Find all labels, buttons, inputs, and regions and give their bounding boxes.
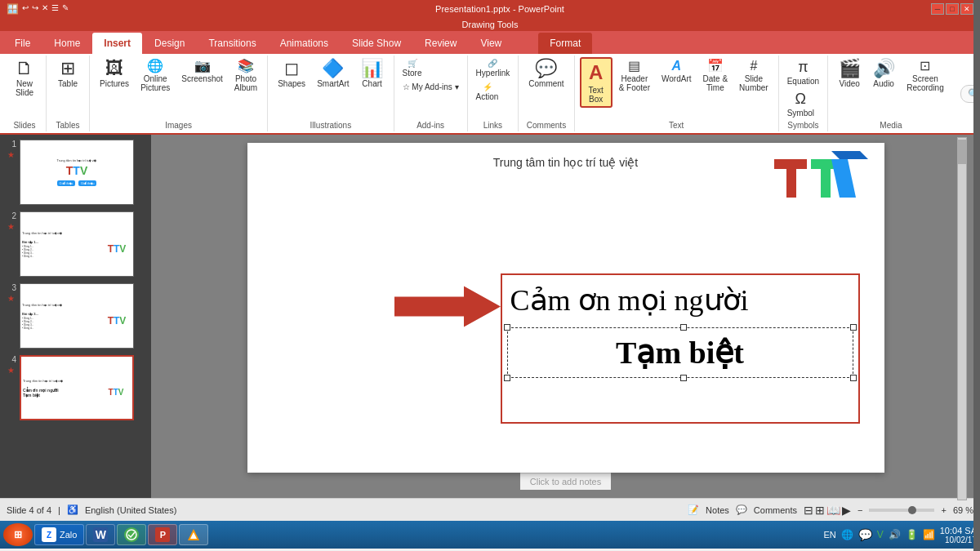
window-controls[interactable]: ─ □ ✕ [931, 3, 973, 15]
tab-transitions[interactable]: Transitions [197, 33, 267, 54]
chart-btn[interactable]: 📊 Chart [356, 57, 389, 91]
slide-2-preview[interactable]: Trung tâm tin học trí tuệ việt Bài tập 1… [20, 211, 134, 277]
header-footer-icon: ▤ [628, 60, 640, 73]
slide-3-thumb[interactable]: 3 ★ Trung tâm tin học trí tuệ việt Bài t… [3, 282, 148, 350]
hyperlink-btn[interactable]: 🔗 Hyperlink [473, 57, 514, 79]
tab-insert[interactable]: Insert [92, 33, 142, 54]
notes-label[interactable]: Notes [706, 505, 729, 515]
datetime-btn[interactable]: 📅 Date &Time [698, 57, 733, 95]
zoom-level[interactable]: 69 % [953, 505, 973, 515]
table-btn[interactable]: ⊞ Table [51, 57, 84, 91]
ribbon-group-illustrations: ◻ Shapes 🔷 SmartArt 📊 Chart Illustration… [268, 56, 394, 131]
tab-design[interactable]: Design [143, 33, 196, 54]
store-btn[interactable]: 🛒 Store [399, 57, 425, 79]
slide-3-preview[interactable]: Trung tâm tin học trí tuệ việt Bài tập 3… [20, 283, 134, 349]
tab-review[interactable]: Review [413, 33, 468, 54]
tab-format[interactable]: Format [538, 33, 592, 54]
video-btn[interactable]: 🎬 Video [833, 57, 866, 91]
accessibility-icon: ♿ [67, 504, 78, 515]
slide-2-thumb[interactable]: 2 ★ Trung tâm tin học trí tuệ việt Bài t… [3, 210, 148, 278]
slide-2-number: 2 [5, 211, 16, 220]
window-title: Presentation1.pptx - PowerPoint [69, 4, 931, 14]
handle-tl[interactable] [504, 324, 510, 331]
tab-slideshow[interactable]: Slide Show [341, 33, 412, 54]
screenshot-icon: 📷 [194, 60, 211, 73]
zoom-plus[interactable]: + [941, 505, 946, 515]
taskbar-app3[interactable] [117, 524, 146, 545]
slide-4-thumb[interactable]: 4 ★ Trung tâm tin học trí tuệ việt Cảm ơ… [3, 353, 148, 422]
title-bar: 🪟 ↩ ↪ ✕ ☰ ✎ Presentation1.pptx - PowerPo… [0, 0, 980, 18]
ribbon-group-addins: 🛒 Store ☆ My Add-ins ▾ Add-ins [394, 56, 468, 131]
handle-bl[interactable] [504, 375, 510, 381]
slide-4-number: 4 [5, 355, 16, 364]
handle-br[interactable] [850, 375, 857, 381]
minimize-btn[interactable]: ─ [931, 3, 944, 15]
action-btn[interactable]: ⚡ Action [473, 81, 502, 103]
tab-file[interactable]: File [3, 33, 42, 54]
tab-view[interactable]: View [469, 33, 513, 54]
taskbar-app5[interactable] [179, 524, 208, 545]
online-pictures-btn[interactable]: 🌐 OnlinePictures [136, 57, 175, 95]
maximize-btn[interactable]: □ [946, 3, 959, 15]
start-button[interactable]: ⊞ [3, 523, 33, 546]
handle-tr[interactable] [850, 324, 857, 331]
symbol-icon: Ω [795, 91, 806, 108]
slide-canvas[interactable]: Trung tâm tin học trí tuệ việt [247, 143, 884, 473]
normal-view-icon[interactable]: ⊟ [804, 504, 813, 517]
arrow-container [394, 282, 501, 334]
svg-rect-3 [821, 169, 831, 198]
my-addins-btn[interactable]: ☆ My Add-ins ▾ [399, 81, 462, 93]
svg-marker-4 [831, 159, 856, 198]
slide-4-preview[interactable]: Trung tâm tin học trí tuệ việt Cảm ơn mọ… [20, 355, 134, 420]
screenshot-btn[interactable]: 📷 Screenshot [176, 57, 228, 86]
comment-icon: 💬 [535, 60, 557, 78]
comments-label[interactable]: Comments [754, 505, 797, 515]
zoom-slider[interactable] [869, 509, 934, 512]
zoom-slider-thumb[interactable] [908, 506, 916, 514]
audio-btn[interactable]: 🔊 Audio [867, 57, 900, 91]
photo-album-btn[interactable]: 📚 PhotoAlbum [229, 57, 262, 95]
tab-animations[interactable]: Animations [269, 33, 340, 54]
taskbar-zalo[interactable]: Z Zalo [34, 524, 84, 545]
handle-tm[interactable] [680, 324, 687, 331]
taskbar-word[interactable]: W [86, 524, 115, 545]
app5-icon [186, 527, 201, 542]
taskbar-powerpoint[interactable]: P [148, 524, 177, 545]
header-footer-btn[interactable]: ▤ Header& Footer [614, 57, 655, 95]
click-to-add-notes[interactable]: Click to add notes [530, 477, 601, 487]
slide-1-preview[interactable]: Trung tâm tin học trí tuệ việt T T V Giớ… [20, 140, 134, 205]
close-btn[interactable]: ✕ [960, 3, 973, 15]
slide-4-star: ★ [7, 366, 15, 375]
tab-home[interactable]: Home [42, 33, 91, 54]
slide-number-btn[interactable]: # SlideNumber [734, 57, 773, 95]
equation-btn[interactable]: π Equation [784, 57, 822, 87]
chat-icon: 💬 [858, 528, 872, 541]
handle-bm[interactable] [680, 375, 687, 381]
shapes-btn[interactable]: ◻ Shapes [273, 57, 310, 91]
notes-bar[interactable]: Click to add notes [520, 473, 611, 490]
media-group-label: Media [880, 121, 902, 130]
slide-sorter-icon[interactable]: ⊞ [815, 504, 825, 517]
new-slide-btn[interactable]: 🗋 NewSlide [8, 57, 41, 100]
slideshow-icon[interactable]: ▶ [842, 504, 851, 517]
vertical-scrollbar[interactable] [957, 137, 967, 498]
taskbar-tray: EN 🌐 💬 V 🔊 🔋 📶 10:04 SA 10/02/17 [823, 526, 977, 544]
screen-recording-icon: ⊡ [920, 60, 930, 73]
title-bar-icons: 🪟 ↩ ↪ ✕ ☰ ✎ [7, 3, 69, 15]
pictures-btn[interactable]: 🖼 Pictures [95, 57, 134, 91]
scroll-thumb[interactable] [958, 140, 966, 164]
screen-recording-btn[interactable]: ⊡ ScreenRecording [902, 57, 949, 95]
slide-1-thumb[interactable]: 1 ★ Trung tâm tin học trí tuệ việt T T V… [3, 138, 148, 207]
outer-text-box[interactable]: Cảm ơn mọi người Tạm biệt [501, 273, 860, 424]
symbol-btn[interactable]: Ω Symbol [784, 89, 817, 119]
images-group-label: Images [165, 121, 192, 130]
textbox-btn[interactable]: A TextBox [580, 57, 612, 108]
wordart-btn[interactable]: A WordArt [657, 57, 697, 86]
smartart-btn[interactable]: 🔷 SmartArt [312, 57, 354, 91]
app3-icon [124, 527, 139, 542]
inner-text-box[interactable]: Tạm biệt [507, 327, 853, 378]
svg-marker-6 [394, 287, 501, 327]
zoom-minus[interactable]: − [858, 505, 862, 515]
reading-view-icon[interactable]: 📖 [826, 504, 840, 517]
comment-btn[interactable]: 💬 Comment [523, 57, 568, 91]
